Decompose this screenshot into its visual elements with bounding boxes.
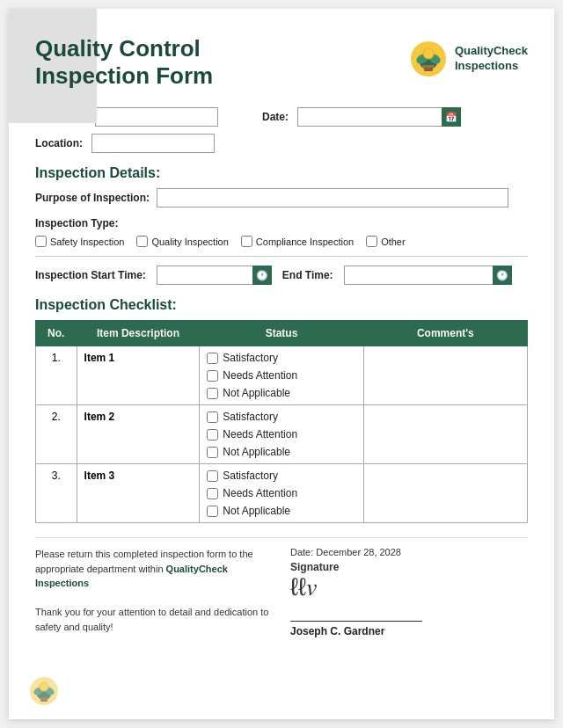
row2-needs-attention-label: Needs Attention — [223, 428, 297, 440]
signer-name: Joseph C. Gardner — [290, 625, 528, 637]
row1-needs-attention-label: Needs Attention — [223, 369, 297, 382]
end-time-wrapper: 🕐 — [344, 266, 512, 285]
footer-left: Please return this completed inspection … — [35, 547, 273, 637]
row3-satisfactory[interactable]: Satisfactory — [207, 470, 355, 482]
row3-needs-attention[interactable]: Needs Attention — [207, 487, 355, 499]
row1-not-applicable-cb[interactable] — [207, 388, 218, 399]
date-wrapper: 📅 — [297, 107, 461, 127]
footer-brand: QualityCheck Inspections — [35, 564, 228, 589]
checkbox-other-input[interactable] — [366, 236, 377, 247]
checkbox-quality-input[interactable] — [136, 236, 148, 247]
checkbox-safety[interactable]: Safety Inspection — [35, 236, 124, 247]
row3-not-applicable-cb[interactable] — [207, 506, 218, 517]
logo-text: QualityCheck Inspections — [455, 44, 528, 74]
start-time-label: Inspection Start Time: — [35, 269, 146, 281]
purpose-input[interactable] — [157, 188, 508, 207]
row3-no: 3. — [36, 464, 77, 523]
row1-no: 1. — [36, 346, 77, 405]
time-row: Inspection Start Time: 🕐 End Time: 🕐 — [35, 256, 528, 285]
date-input[interactable] — [297, 107, 442, 127]
svg-rect-15 — [40, 697, 48, 702]
location-label: Location: — [35, 137, 83, 149]
start-time-icon[interactable]: 🕐 — [252, 266, 272, 285]
location-input[interactable] — [91, 134, 215, 153]
signature-line — [290, 621, 422, 622]
row3-satisfactory-cb[interactable] — [207, 470, 218, 482]
row3-not-applicable[interactable]: Not Applicable — [207, 505, 355, 517]
inspection-details-title: Inspection Details: — [35, 165, 528, 181]
header-no: No. — [36, 321, 77, 346]
footer-text1: Please return this completed inspection … — [35, 547, 273, 591]
checkbox-compliance[interactable]: Compliance Inspection — [241, 236, 354, 247]
date-label: Date: — [262, 111, 289, 123]
row1-needs-attention[interactable]: Needs Attention — [207, 369, 355, 382]
row3-satisfactory-label: Satisfactory — [223, 470, 278, 482]
footer-date: Date: December 28, 2028 — [290, 547, 528, 557]
svg-point-14 — [40, 682, 48, 691]
checklist-table: No. Item Description Status Comment's 1.… — [35, 320, 528, 523]
row2-comment — [363, 405, 527, 464]
row2-satisfactory-label: Satisfactory — [223, 411, 278, 423]
type-label: Inspection Type: — [35, 217, 118, 229]
purpose-row: Purpose of Inspection: — [35, 188, 528, 207]
row2-satisfactory[interactable]: Satisfactory — [207, 411, 355, 423]
start-time-input[interactable] — [157, 266, 253, 285]
row1-needs-attention-cb[interactable] — [207, 370, 218, 382]
table-row: 2. Item 2 Satisfactory Needs Attention N… — [36, 405, 528, 464]
row1-satisfactory-cb[interactable] — [207, 353, 218, 364]
svg-rect-9 — [422, 65, 435, 68]
row1-satisfactory[interactable]: Satisfactory — [207, 352, 355, 364]
row3-needs-attention-cb[interactable] — [207, 488, 218, 499]
row1-not-applicable-label: Not Applicable — [223, 387, 290, 399]
table-row: 1. Item 1 Satisfactory Needs Attention N… — [36, 346, 528, 405]
logo-icon — [409, 40, 448, 78]
row1-comment — [363, 346, 527, 405]
checkbox-other[interactable]: Other — [366, 236, 406, 247]
row1-satisfactory-label: Satisfactory — [223, 352, 278, 364]
page-title: Quality Control Inspection Form — [35, 35, 213, 90]
row2-satisfactory-cb[interactable] — [207, 411, 218, 423]
logo-area: QualityCheck Inspections — [409, 40, 528, 78]
row2-no: 2. — [36, 405, 77, 464]
footer-logo-icon — [28, 675, 60, 707]
end-time-input[interactable] — [344, 266, 494, 285]
table-row: 3. Item 3 Satisfactory Needs Attention N… — [36, 464, 528, 523]
row1-status: Satisfactory Needs Attention Not Applica… — [200, 346, 363, 405]
start-time-wrapper: 🕐 — [157, 266, 272, 285]
inspection-type-checkboxes: Safety Inspection Quality Inspection Com… — [35, 236, 528, 247]
header-status: Status — [200, 321, 363, 346]
row3-comment — [363, 464, 527, 523]
checkbox-safety-label: Safety Inspection — [50, 237, 124, 247]
footer: Please return this completed inspection … — [35, 537, 528, 637]
row3-status: Satisfactory Needs Attention Not Applica… — [200, 464, 363, 523]
header: Quality Control Inspection Form — [35, 35, 528, 90]
row3-item: Item 3 — [77, 464, 200, 523]
header-comment: Comment's — [363, 321, 527, 346]
row2-not-applicable-label: Not Applicable — [223, 446, 290, 458]
checkbox-compliance-label: Compliance Inspection — [256, 237, 354, 247]
signature-label: Signature — [290, 561, 528, 573]
checklist-title: Inspection Checklist: — [35, 297, 528, 313]
inspector-input[interactable] — [95, 107, 218, 127]
calendar-icon[interactable]: 📅 — [442, 107, 461, 127]
row2-item: Item 2 — [77, 405, 200, 464]
svg-point-7 — [423, 48, 434, 59]
row2-not-applicable-cb[interactable] — [207, 447, 218, 458]
table-header-row: No. Item Description Status Comment's — [36, 321, 528, 346]
end-time-icon[interactable]: 🕐 — [493, 266, 512, 285]
checkbox-compliance-input[interactable] — [241, 236, 252, 247]
footer-right: Date: December 28, 2028 Signature ℓℓ𝑣 Jo… — [290, 547, 528, 637]
row2-not-applicable[interactable]: Not Applicable — [207, 446, 355, 458]
end-time-label: End Time: — [282, 269, 333, 281]
footer-text2: Thank you for your attention to detail a… — [35, 605, 273, 634]
checkbox-safety-input[interactable] — [35, 236, 47, 247]
page: Quality Control Inspection Form — [9, 9, 554, 719]
inspector-row: Inspector: Date: 📅 — [35, 107, 528, 127]
header-item: Item Description — [77, 321, 200, 346]
row1-item: Item 1 — [77, 346, 200, 405]
row2-needs-attention[interactable]: Needs Attention — [207, 428, 355, 440]
checkbox-quality-label: Quality Inspection — [151, 237, 228, 247]
checkbox-quality[interactable]: Quality Inspection — [136, 236, 228, 247]
row2-needs-attention-cb[interactable] — [207, 429, 218, 440]
row1-not-applicable[interactable]: Not Applicable — [207, 387, 355, 399]
